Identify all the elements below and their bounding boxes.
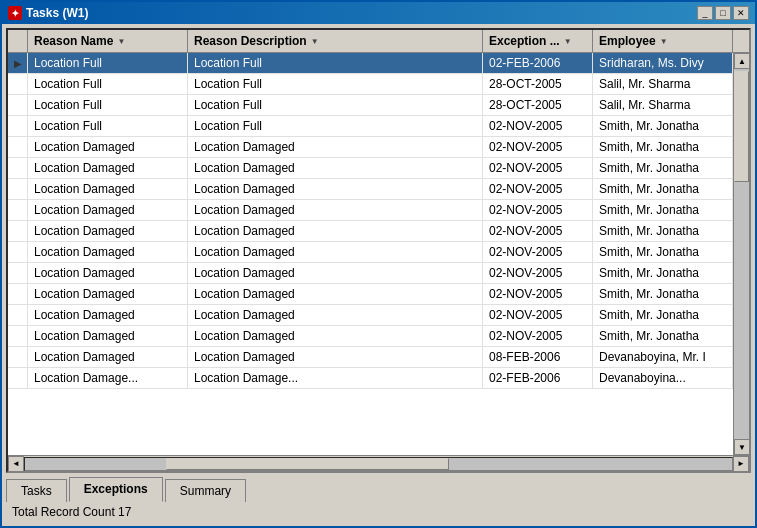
table-row[interactable]: Location DamagedLocation Damaged02-NOV-2… <box>8 242 733 263</box>
cell-reason-name[interactable]: Location Damaged <box>28 158 188 178</box>
cell-employee[interactable]: Smith, Mr. Jonatha <box>593 221 733 241</box>
cell-exception-date[interactable]: 02-NOV-2005 <box>483 137 593 157</box>
cell-reason-desc[interactable]: Location Full <box>188 53 483 73</box>
cell-employee[interactable]: Smith, Mr. Jonatha <box>593 305 733 325</box>
column-header-exception[interactable]: Exception ... ▼ <box>483 30 593 52</box>
cell-reason-desc[interactable]: Location Damaged <box>188 263 483 283</box>
cell-employee[interactable]: Salil, Mr. Sharma <box>593 74 733 94</box>
cell-exception-date[interactable]: 02-NOV-2005 <box>483 200 593 220</box>
table-row[interactable]: Location DamagedLocation Damaged02-NOV-2… <box>8 305 733 326</box>
cell-employee[interactable]: Sridharan, Ms. Divy <box>593 53 733 73</box>
cell-reason-name[interactable]: Location Damaged <box>28 200 188 220</box>
minimize-button[interactable]: _ <box>697 6 713 20</box>
table-row[interactable]: Location FullLocation Full02-NOV-2005Smi… <box>8 116 733 137</box>
cell-reason-name[interactable]: Location Damaged <box>28 221 188 241</box>
cell-reason-desc[interactable]: Location Full <box>188 95 483 115</box>
h-scroll-thumb[interactable] <box>166 458 449 470</box>
cell-reason-desc[interactable]: Location Damaged <box>188 242 483 262</box>
cell-reason-desc[interactable]: Location Damage... <box>188 368 483 388</box>
cell-employee[interactable]: Smith, Mr. Jonatha <box>593 137 733 157</box>
cell-reason-name[interactable]: Location Full <box>28 116 188 136</box>
scroll-thumb[interactable] <box>734 71 749 182</box>
cell-reason-name[interactable]: Location Damaged <box>28 263 188 283</box>
cell-exception-date[interactable]: 02-NOV-2005 <box>483 326 593 346</box>
cell-employee[interactable]: Smith, Mr. Jonatha <box>593 242 733 262</box>
cell-exception-date[interactable]: 02-NOV-2005 <box>483 221 593 241</box>
h-scroll-track[interactable] <box>24 457 733 471</box>
cell-exception-date[interactable]: 02-NOV-2005 <box>483 116 593 136</box>
cell-exception-date[interactable]: 02-FEB-2006 <box>483 368 593 388</box>
scroll-down-button[interactable]: ▼ <box>734 439 749 455</box>
table-row[interactable]: Location Damage...Location Damage...02-F… <box>8 368 733 389</box>
cell-exception-date[interactable]: 28-OCT-2005 <box>483 74 593 94</box>
cell-reason-desc[interactable]: Location Damaged <box>188 326 483 346</box>
cell-reason-name[interactable]: Location Damaged <box>28 284 188 304</box>
cell-reason-name[interactable]: Location Damaged <box>28 179 188 199</box>
table-row[interactable]: Location FullLocation Full28-OCT-2005Sal… <box>8 95 733 116</box>
cell-reason-name[interactable]: Location Full <box>28 53 188 73</box>
cell-exception-date[interactable]: 02-FEB-2006 <box>483 53 593 73</box>
cell-exception-date[interactable]: 02-NOV-2005 <box>483 263 593 283</box>
close-button[interactable]: ✕ <box>733 6 749 20</box>
cell-reason-name[interactable]: Location Full <box>28 95 188 115</box>
cell-reason-name[interactable]: Location Damaged <box>28 305 188 325</box>
tab-summary[interactable]: Summary <box>165 479 246 502</box>
tab-exceptions[interactable]: Exceptions <box>69 477 163 502</box>
cell-reason-desc[interactable]: Location Damaged <box>188 200 483 220</box>
cell-reason-name[interactable]: Location Damaged <box>28 242 188 262</box>
maximize-button[interactable]: □ <box>715 6 731 20</box>
cell-reason-desc[interactable]: Location Damaged <box>188 137 483 157</box>
cell-exception-date[interactable]: 28-OCT-2005 <box>483 95 593 115</box>
column-header-employee[interactable]: Employee ▼ <box>593 30 733 52</box>
cell-exception-date[interactable]: 02-NOV-2005 <box>483 179 593 199</box>
table-row[interactable]: Location DamagedLocation Damaged02-NOV-2… <box>8 221 733 242</box>
column-header-reason-desc[interactable]: Reason Description ▼ <box>188 30 483 52</box>
cell-exception-date[interactable]: 02-NOV-2005 <box>483 242 593 262</box>
cell-employee[interactable]: Smith, Mr. Jonatha <box>593 326 733 346</box>
table-row[interactable]: Location DamagedLocation Damaged02-NOV-2… <box>8 200 733 221</box>
cell-employee[interactable]: Smith, Mr. Jonatha <box>593 200 733 220</box>
cell-reason-name[interactable]: Location Full <box>28 74 188 94</box>
tab-tasks[interactable]: Tasks <box>6 479 67 502</box>
vertical-scrollbar[interactable]: ▲ ▼ <box>733 53 749 455</box>
cell-employee[interactable]: Salil, Mr. Sharma <box>593 95 733 115</box>
table-row[interactable]: Location FullLocation Full28-OCT-2005Sal… <box>8 74 733 95</box>
cell-reason-name[interactable]: Location Damaged <box>28 347 188 367</box>
cell-employee[interactable]: Smith, Mr. Jonatha <box>593 179 733 199</box>
cell-reason-name[interactable]: Location Damaged <box>28 326 188 346</box>
column-header-reason-name[interactable]: Reason Name ▼ <box>28 30 188 52</box>
cell-reason-desc[interactable]: Location Damaged <box>188 221 483 241</box>
cell-reason-desc[interactable]: Location Damaged <box>188 158 483 178</box>
cell-exception-date[interactable]: 02-NOV-2005 <box>483 158 593 178</box>
cell-employee[interactable]: Devanaboyina, Mr. I <box>593 347 733 367</box>
cell-employee[interactable]: Smith, Mr. Jonatha <box>593 284 733 304</box>
table-row[interactable]: ▶Location FullLocation Full02-FEB-2006Sr… <box>8 53 733 74</box>
cell-exception-date[interactable]: 08-FEB-2006 <box>483 347 593 367</box>
scroll-left-button[interactable]: ◄ <box>8 456 24 472</box>
table-row[interactable]: Location DamagedLocation Damaged02-NOV-2… <box>8 263 733 284</box>
cell-employee[interactable]: Smith, Mr. Jonatha <box>593 116 733 136</box>
table-row[interactable]: Location DamagedLocation Damaged02-NOV-2… <box>8 158 733 179</box>
cell-reason-desc[interactable]: Location Damaged <box>188 347 483 367</box>
cell-employee[interactable]: Smith, Mr. Jonatha <box>593 263 733 283</box>
cell-exception-date[interactable]: 02-NOV-2005 <box>483 284 593 304</box>
horizontal-scrollbar[interactable]: ◄ ► <box>8 455 749 471</box>
cell-employee[interactable]: Devanaboyina... <box>593 368 733 388</box>
scroll-up-button[interactable]: ▲ <box>734 53 749 69</box>
table-row[interactable]: Location DamagedLocation Damaged02-NOV-2… <box>8 326 733 347</box>
cell-reason-name[interactable]: Location Damaged <box>28 137 188 157</box>
cell-employee[interactable]: Smith, Mr. Jonatha <box>593 158 733 178</box>
cell-reason-desc[interactable]: Location Full <box>188 116 483 136</box>
cell-reason-desc[interactable]: Location Full <box>188 74 483 94</box>
cell-reason-desc[interactable]: Location Damaged <box>188 179 483 199</box>
scroll-right-button[interactable]: ► <box>733 456 749 472</box>
cell-reason-desc[interactable]: Location Damaged <box>188 284 483 304</box>
scroll-track[interactable] <box>734 69 749 439</box>
table-row[interactable]: Location DamagedLocation Damaged08-FEB-2… <box>8 347 733 368</box>
cell-reason-desc[interactable]: Location Damaged <box>188 305 483 325</box>
table-row[interactable]: Location DamagedLocation Damaged02-NOV-2… <box>8 179 733 200</box>
cell-reason-name[interactable]: Location Damage... <box>28 368 188 388</box>
cell-exception-date[interactable]: 02-NOV-2005 <box>483 305 593 325</box>
table-row[interactable]: Location DamagedLocation Damaged02-NOV-2… <box>8 284 733 305</box>
table-row[interactable]: Location DamagedLocation Damaged02-NOV-2… <box>8 137 733 158</box>
